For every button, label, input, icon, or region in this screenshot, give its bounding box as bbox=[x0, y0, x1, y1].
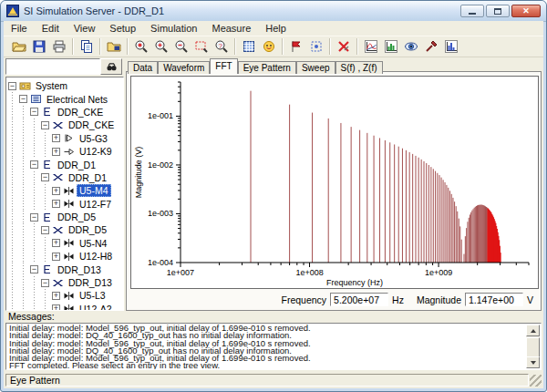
expand-toggle[interactable]: + bbox=[52, 200, 60, 208]
print-button[interactable] bbox=[49, 36, 69, 57]
expand-toggle[interactable]: + bbox=[52, 148, 60, 156]
waveform-button[interactable] bbox=[361, 36, 381, 57]
tree-item-ddr-d1[interactable]: −DDR_D1 bbox=[6, 158, 123, 170]
collapse-toggle[interactable]: − bbox=[41, 121, 49, 129]
title-bar[interactable]: SI Simulation Server - DDR_D1 ✕ bbox=[1, 1, 546, 22]
options-button[interactable] bbox=[259, 36, 279, 57]
tree-item-u12-k9[interactable]: +U12-K9 bbox=[6, 145, 123, 158]
frequency-label: Frequency bbox=[281, 294, 326, 305]
tree-item-ddr-d5[interactable]: −DDR_D5 bbox=[6, 223, 123, 236]
save-button[interactable] bbox=[29, 36, 49, 57]
tree-item-ddr-d13[interactable]: −DDR_D13 bbox=[6, 276, 123, 289]
collapse-toggle[interactable]: − bbox=[41, 279, 49, 287]
expand-toggle[interactable]: + bbox=[52, 253, 60, 261]
resize-grip[interactable] bbox=[530, 375, 542, 387]
menu-file[interactable]: File bbox=[4, 21, 35, 36]
collapse-toggle[interactable]: − bbox=[41, 173, 49, 181]
maximize-button[interactable] bbox=[486, 5, 510, 17]
collapse-toggle[interactable]: − bbox=[8, 82, 16, 90]
collapse-toggle[interactable]: − bbox=[19, 95, 27, 103]
zoom-out-button[interactable] bbox=[171, 36, 191, 57]
tree-item-u5-m4[interactable]: +U5-M4 bbox=[6, 184, 123, 197]
tree-item-label[interactable]: U12-A2 bbox=[77, 303, 115, 311]
tree-item-system[interactable]: −System bbox=[6, 79, 123, 92]
expand-toggle[interactable]: + bbox=[52, 304, 60, 311]
find-button[interactable] bbox=[100, 58, 122, 75]
tree-item-u12-h8[interactable]: +U12-H8 bbox=[6, 250, 123, 263]
tree-item-label[interactable]: Electrical Nets bbox=[44, 93, 110, 106]
scroll-down-button[interactable] bbox=[526, 356, 540, 368]
zoom-in-button[interactable] bbox=[151, 36, 171, 57]
zoom-reset-button[interactable] bbox=[131, 36, 151, 57]
tree-item-u5-g3[interactable]: +U5-G3 bbox=[6, 132, 123, 145]
tree-item-label[interactable]: DDR_CKE bbox=[66, 119, 117, 131]
open-button[interactable] bbox=[9, 36, 29, 57]
tree-item-u12-f7[interactable]: +U12-F7 bbox=[6, 198, 123, 211]
tab-s-f-z-f[interactable]: S(f) , Z(f) bbox=[335, 61, 383, 74]
run-button[interactable] bbox=[286, 36, 306, 57]
menu-simulation[interactable]: Simulation bbox=[143, 21, 204, 36]
tree-item-label[interactable]: U12-F7 bbox=[77, 198, 114, 211]
tree-item-label[interactable]: DDR_D13 bbox=[66, 276, 115, 289]
tab-sweep[interactable]: Sweep bbox=[296, 61, 335, 74]
tree-item-label[interactable]: DDR_D13 bbox=[55, 263, 104, 276]
zoom-cursor-button[interactable]: ? bbox=[212, 36, 232, 57]
board-button[interactable] bbox=[239, 36, 259, 57]
probe-button[interactable] bbox=[421, 36, 441, 57]
eye-diagram-button[interactable] bbox=[401, 36, 421, 57]
chart-panel[interactable]: 1e+0071e+0081e+0091e-0011e-0021e-0031e-0… bbox=[130, 76, 539, 289]
expand-toggle[interactable]: + bbox=[52, 134, 60, 142]
tab-data[interactable]: Data bbox=[128, 61, 158, 74]
collapse-toggle[interactable]: − bbox=[30, 108, 38, 116]
tree-item-label[interactable]: DDR_CKE bbox=[55, 106, 106, 119]
tree-item-label[interactable]: System bbox=[33, 79, 70, 92]
messages-box[interactable]: Initial delay: model: Model_596_typ_out,… bbox=[5, 323, 542, 370]
close-button[interactable]: ✕ bbox=[511, 5, 541, 17]
menu-view[interactable]: View bbox=[67, 21, 103, 36]
tree-item-ddr-cke[interactable]: −DDR_CKE bbox=[6, 106, 123, 119]
menu-measure[interactable]: Measure bbox=[204, 21, 258, 36]
tree-item-ddr-cke[interactable]: −DDR_CKE bbox=[6, 119, 123, 131]
tree-item-label[interactable]: U12-H8 bbox=[77, 250, 115, 263]
results-button[interactable] bbox=[441, 36, 461, 57]
minimize-button[interactable] bbox=[460, 5, 484, 17]
tree-item-u5-l3[interactable]: +U5-L3 bbox=[6, 289, 123, 302]
expand-toggle[interactable]: + bbox=[52, 239, 60, 247]
tree-item-label[interactable]: U5-M4 bbox=[77, 184, 111, 197]
menu-setup[interactable]: Setup bbox=[102, 21, 143, 36]
tree-item-label[interactable]: DDR_D1 bbox=[66, 171, 109, 184]
messages-scrollbar[interactable] bbox=[526, 325, 540, 368]
tab-fft[interactable]: FFT bbox=[210, 58, 237, 74]
tree-item-ddr-d13[interactable]: −DDR_D13 bbox=[6, 263, 123, 275]
tree-item-ddr-d5[interactable]: −DDR_D5 bbox=[6, 211, 123, 223]
tree-item-electrical-nets[interactable]: −Electrical Nets bbox=[6, 92, 123, 105]
menu-help[interactable]: Help bbox=[258, 21, 294, 36]
tree-item-label[interactable]: U12-K9 bbox=[77, 145, 115, 158]
search-input[interactable] bbox=[5, 58, 100, 75]
tab-waveform[interactable]: Waveform bbox=[158, 61, 210, 74]
tree-item-ddr-d1[interactable]: −DDR_D1 bbox=[6, 171, 123, 184]
tree-item-u12-a2[interactable]: +U12-A2 bbox=[6, 303, 123, 311]
tree-item-label[interactable]: DDR_D1 bbox=[55, 159, 98, 171]
tree-item-label[interactable]: U5-L3 bbox=[77, 289, 108, 302]
iterate-button[interactable] bbox=[306, 36, 326, 57]
scroll-up-button[interactable] bbox=[526, 325, 540, 336]
tree-item-label[interactable]: U5-G3 bbox=[77, 132, 110, 145]
expand-toggle[interactable]: + bbox=[52, 187, 60, 195]
copy-button[interactable] bbox=[77, 36, 97, 57]
collapse-toggle[interactable]: − bbox=[30, 213, 38, 222]
expand-toggle[interactable]: + bbox=[52, 292, 60, 300]
collapse-toggle[interactable]: − bbox=[30, 265, 38, 273]
tree-item-label[interactable]: U5-N4 bbox=[77, 237, 109, 250]
tree-item-u5-n4[interactable]: +U5-N4 bbox=[6, 237, 123, 250]
tree-item-label[interactable]: DDR_D5 bbox=[66, 223, 109, 236]
zoom-window-button[interactable] bbox=[191, 36, 212, 57]
collapse-toggle[interactable]: − bbox=[41, 226, 49, 234]
abort-button[interactable] bbox=[334, 36, 354, 57]
tree-item-label[interactable]: DDR_D5 bbox=[55, 211, 98, 223]
collapse-toggle[interactable]: − bbox=[30, 160, 38, 169]
histogram-button[interactable] bbox=[381, 36, 401, 57]
export-button[interactable] bbox=[104, 36, 124, 57]
tab-eye-pattern[interactable]: Eye Pattern bbox=[238, 61, 296, 74]
menu-edit[interactable]: Edit bbox=[35, 21, 67, 36]
